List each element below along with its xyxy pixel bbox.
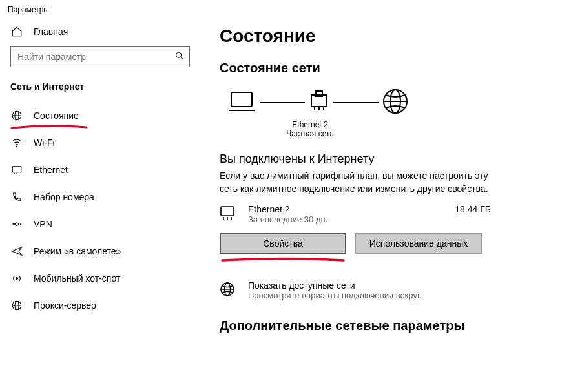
svg-rect-16 [231, 92, 252, 107]
home-icon [10, 26, 23, 37]
internet-globe-icon [381, 87, 410, 118]
button-row: Свойства Использование данных [220, 233, 563, 254]
nav-label: Прокси-сервер [34, 300, 96, 311]
hotspot-icon [10, 273, 23, 284]
show-networks-title: Показать доступные сети [248, 280, 422, 291]
svg-point-5 [16, 146, 17, 147]
nav-label: Ethernet [34, 165, 68, 175]
connection-name: Ethernet 2 [248, 204, 444, 214]
nav-label: Wi-Fi [34, 138, 55, 148]
svg-rect-26 [221, 207, 234, 216]
nav-label: Режим «в самолете» [34, 246, 121, 256]
show-networks-link[interactable]: Показать доступные сети Просмотрите вари… [220, 280, 563, 300]
nav-label: Набор номера [34, 192, 94, 202]
nav-item-proxy[interactable]: Прокси-сервер [5, 292, 195, 319]
connection-row: Ethernet 2 За последние 30 дн. 18.44 ГБ [220, 204, 491, 224]
vpn-icon [10, 218, 23, 230]
connected-heading: Вы подключены к Интернету [220, 152, 563, 166]
nav-item-airplane[interactable]: Режим «в самолете» [5, 238, 195, 265]
advanced-heading: Дополнительные сетевые параметры [220, 318, 563, 333]
search-input[interactable] [10, 46, 190, 67]
svg-point-11 [19, 223, 21, 225]
connected-body: Если у вас лимитный тарифный план, вы мо… [220, 170, 491, 195]
svg-point-10 [13, 223, 15, 225]
wifi-icon [10, 137, 23, 149]
nav-label: VPN [34, 219, 52, 229]
nav-item-wifi[interactable]: Wi-Fi [5, 129, 195, 156]
show-networks-sub: Просмотрите варианты подключения вокруг. [248, 291, 422, 300]
annotation-underline [220, 256, 346, 264]
main-panel: Состояние Состояние сети Ethernet 2 Част… [200, 19, 582, 392]
nav-item-vpn[interactable]: VPN [5, 211, 195, 238]
airplane-icon [10, 245, 23, 257]
sidebar: Главная Сеть и Интернет Состояние Wi-Fi [0, 19, 200, 392]
globe-icon [220, 280, 238, 299]
ethernet-icon [10, 164, 23, 176]
diagram-connector [260, 102, 305, 103]
connection-ethernet-icon [220, 204, 238, 223]
svg-rect-6 [12, 167, 21, 172]
laptop-icon [226, 88, 257, 116]
data-usage-button[interactable]: Использование данных [355, 233, 482, 254]
proxy-icon [10, 300, 23, 311]
home-label: Главная [34, 26, 68, 37]
nav-label: Состояние [34, 110, 79, 121]
nav-item-hotspot[interactable]: Мобильный хот-спот [5, 265, 195, 292]
home-button[interactable]: Главная [5, 19, 195, 46]
adapter-icon [307, 88, 331, 116]
connection-usage: 18.44 ГБ [455, 204, 491, 214]
properties-button[interactable]: Свойства [220, 233, 346, 254]
diagram-connector [333, 102, 379, 103]
diagram-labels: Ethernet 2 Частная сеть [220, 120, 400, 138]
network-diagram [226, 87, 563, 118]
window-title: Параметры [0, 0, 582, 19]
nav-item-dialup[interactable]: Набор номера [5, 183, 195, 211]
nav-label: Мобильный хот-спот [34, 273, 120, 284]
sidebar-section-label: Сеть и Интернет [5, 79, 195, 102]
diagram-network-type: Частная сеть [220, 129, 400, 138]
diagram-adapter-name: Ethernet 2 [220, 120, 400, 129]
network-status-heading: Состояние сети [220, 61, 563, 76]
connection-period: За последние 30 дн. [248, 214, 444, 224]
phone-icon [10, 191, 23, 203]
nav-item-ethernet[interactable]: Ethernet [5, 156, 195, 183]
search-wrap [10, 46, 190, 67]
nav-item-status[interactable]: Состояние [5, 102, 195, 129]
svg-point-12 [16, 278, 18, 280]
page-title: Состояние [220, 26, 563, 46]
globe-icon [10, 110, 23, 121]
